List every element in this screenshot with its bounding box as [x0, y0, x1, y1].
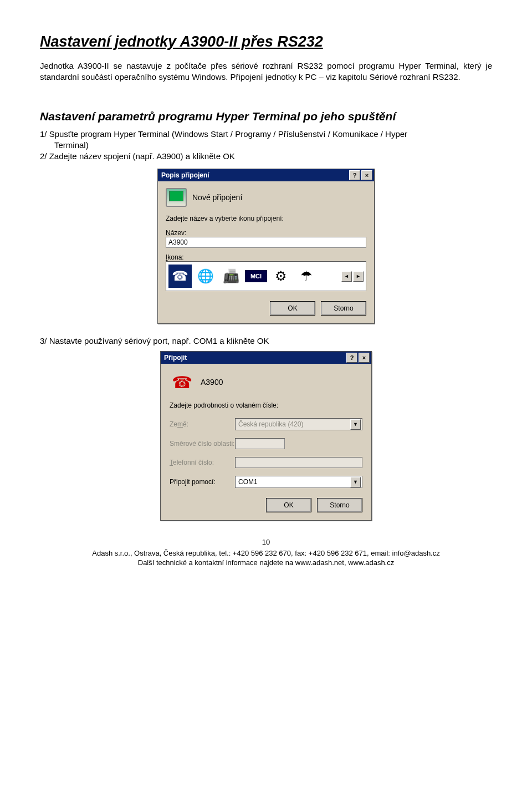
- icon-option-globe[interactable]: 🌐: [194, 265, 217, 288]
- page-title: Nastavení jednotky A3900-II přes RS232: [40, 33, 492, 50]
- help-button[interactable]: ?: [349, 170, 360, 180]
- dialog-prompt: Zadejte podrobnosti o volaném čísle:: [170, 401, 362, 409]
- icon-option-fax[interactable]: 📠: [219, 265, 243, 288]
- page-number: 10: [40, 537, 492, 547]
- titlebar: Připojit ? ×: [161, 352, 371, 364]
- name-label: NNázev:ázev:: [166, 229, 366, 237]
- phone-number-label: Telefonní číslo:: [170, 459, 235, 466]
- icon-option-umbrella[interactable]: ☂: [295, 265, 318, 288]
- area-code-input: [235, 438, 285, 449]
- monitor-icon: [166, 188, 187, 207]
- dialog-title: Připojit: [164, 354, 345, 362]
- area-code-label: Směrové číslo oblasti:: [170, 440, 235, 448]
- close-button[interactable]: ×: [361, 170, 372, 180]
- intro-paragraph: Jednotka A3900-II se nastavuje z počítač…: [40, 60, 492, 83]
- cancel-button[interactable]: Storno: [317, 498, 362, 512]
- step-1: 1/ Spusťte program Hyper Terminal (Windo…: [40, 129, 492, 140]
- chevron-down-icon: ▼: [350, 419, 361, 430]
- name-input[interactable]: [166, 237, 366, 248]
- chevron-down-icon[interactable]: ▼: [350, 477, 361, 487]
- ok-button[interactable]: OK: [270, 301, 315, 316]
- step-2: 2/ Zadejte název spojení (např. A3900) a…: [40, 151, 492, 162]
- step-1-cont: Terminal): [40, 140, 492, 151]
- icon-option-phone[interactable]: ☎: [168, 265, 192, 288]
- page-footer: 10 Adash s.r.o., Ostrava, Česká republik…: [40, 537, 492, 568]
- dialog-connect: Připojit ? × ☎ A3900 Zadejte podrobnosti…: [160, 351, 372, 521]
- icon-option-mci[interactable]: MCI: [245, 270, 267, 282]
- section-subheading: Nastavení parametrů programu Hyper Termi…: [40, 110, 492, 123]
- icon-option-dial[interactable]: ⚙: [269, 265, 293, 288]
- connect-using-label: Připojit pomocí:: [170, 478, 235, 486]
- close-button[interactable]: ×: [359, 353, 370, 363]
- icon-picker[interactable]: ☎ 🌐 📠 MCI ⚙ ☂ ◄ ►: [166, 261, 366, 291]
- connect-using-select[interactable]: COM1 ▼: [235, 476, 362, 488]
- phone-number-input: [235, 457, 362, 468]
- footer-line-2: Další technické a kontaktní informace na…: [40, 558, 492, 568]
- icon-label: Ikona:: [166, 253, 366, 261]
- dialog-prompt: Zadejte název a vyberte ikonu připojení:: [166, 215, 366, 222]
- dialog-connection-description: Popis připojení ? × Nové připojení Zadej…: [157, 169, 375, 324]
- country-select: Česká republika (420) ▼: [235, 418, 362, 430]
- phone-icon: ☎: [170, 372, 194, 393]
- connection-name: A3900: [201, 378, 223, 387]
- footer-line-1: Adash s.r.o., Ostrava, Česká republika, …: [40, 548, 492, 558]
- new-connection-label: Nové připojení: [192, 193, 242, 202]
- help-button[interactable]: ?: [346, 353, 357, 363]
- ok-button[interactable]: OK: [266, 498, 311, 512]
- dialog-title: Popis připojení: [161, 171, 348, 179]
- step-3: 3/ Nastavte používaný sériový port, např…: [40, 336, 492, 345]
- scroll-right-icon[interactable]: ►: [353, 271, 364, 282]
- scroll-left-icon[interactable]: ◄: [341, 271, 352, 282]
- country-label: Země:: [170, 420, 235, 428]
- titlebar: Popis připojení ? ×: [158, 169, 374, 181]
- cancel-button[interactable]: Storno: [321, 301, 366, 316]
